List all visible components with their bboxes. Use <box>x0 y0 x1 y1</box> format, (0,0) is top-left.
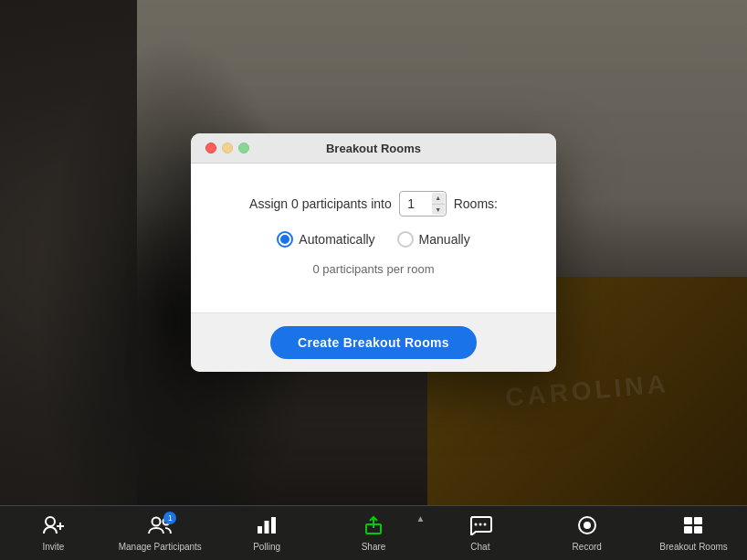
maximize-button[interactable] <box>238 143 249 153</box>
svg-point-14 <box>584 522 591 529</box>
svg-rect-5 <box>258 526 262 534</box>
record-label: Record <box>573 542 602 552</box>
toolbar-item-invite[interactable]: Invite <box>0 506 107 560</box>
toolbar-item-share[interactable]: Share ▲ <box>321 506 427 560</box>
share-label: Share <box>362 542 386 552</box>
svg-rect-6 <box>265 521 269 534</box>
svg-point-10 <box>474 523 477 525</box>
modal-title: Breakout Rooms <box>326 142 421 155</box>
spinner-buttons: ▲ ▼ <box>432 193 445 215</box>
chat-label: Chat <box>470 542 489 552</box>
toolbar-item-record[interactable]: Record <box>533 506 640 560</box>
svg-point-11 <box>479 523 481 525</box>
assign-text-prefix: Assign 0 participants into <box>249 196 392 211</box>
toolbar-item-manage-participants[interactable]: 1 Manage Participants <box>107 506 214 560</box>
decrement-button[interactable]: ▼ <box>432 205 445 216</box>
svg-point-3 <box>153 517 161 525</box>
bar-chart-icon <box>256 515 278 539</box>
toolbar: Invite 1 Manage Participants Polling <box>0 505 747 560</box>
close-button[interactable] <box>205 143 216 153</box>
toolbar-item-breakout-rooms[interactable]: Breakout Rooms <box>640 506 747 560</box>
participants-badge: 1 <box>163 512 176 524</box>
radio-manually[interactable]: Manually <box>397 231 470 248</box>
traffic-lights <box>205 143 249 153</box>
radio-manual-label: Manually <box>419 232 470 247</box>
modal-footer: Create Breakout Rooms <box>191 312 556 372</box>
svg-rect-18 <box>694 526 702 534</box>
breakout-rooms-label: Breakout Rooms <box>659 542 727 552</box>
breakout-rooms-modal: Breakout Rooms Assign 0 participants int… <box>191 133 556 372</box>
svg-rect-7 <box>271 517 276 534</box>
increment-button[interactable]: ▲ <box>432 193 445 205</box>
svg-rect-16 <box>694 517 702 524</box>
assign-row: Assign 0 participants into ▲ ▼ Rooms: <box>209 191 538 217</box>
polling-label: Polling <box>253 542 280 552</box>
radio-automatically[interactable]: Automatically <box>277 231 374 248</box>
person-plus-icon <box>42 515 64 539</box>
modal-overlay: Breakout Rooms Assign 0 participants int… <box>0 0 747 505</box>
per-room-text: 0 participants per room <box>209 262 538 276</box>
svg-rect-17 <box>684 526 692 534</box>
radio-manual-circle <box>397 231 414 248</box>
radio-auto-label: Automatically <box>299 232 374 247</box>
record-circle-icon <box>575 515 599 539</box>
manage-participants-label: Manage Participants <box>119 542 202 552</box>
toolbar-item-polling[interactable]: Polling <box>214 506 321 560</box>
radio-auto-circle <box>277 231 293 248</box>
assign-text-suffix: Rooms: <box>454 196 498 211</box>
grid-plus-icon <box>682 515 706 539</box>
toolbar-item-chat[interactable]: Chat <box>426 506 533 560</box>
svg-point-0 <box>46 517 55 526</box>
radio-row: Automatically Manually <box>209 231 538 248</box>
modal-titlebar: Breakout Rooms <box>191 133 556 164</box>
svg-point-12 <box>483 523 486 525</box>
share-chevron-icon[interactable]: ▲ <box>416 513 426 523</box>
create-breakout-rooms-button[interactable]: Create Breakout Rooms <box>270 326 477 359</box>
invite-label: Invite <box>42 542 64 552</box>
svg-rect-15 <box>684 517 692 524</box>
share-arrow-icon <box>363 515 384 539</box>
chat-bubble-icon <box>468 515 492 539</box>
modal-body: Assign 0 participants into ▲ ▼ Rooms: Au… <box>191 164 556 312</box>
rooms-input-wrapper: ▲ ▼ <box>399 191 447 217</box>
minimize-button[interactable] <box>222 143 233 153</box>
